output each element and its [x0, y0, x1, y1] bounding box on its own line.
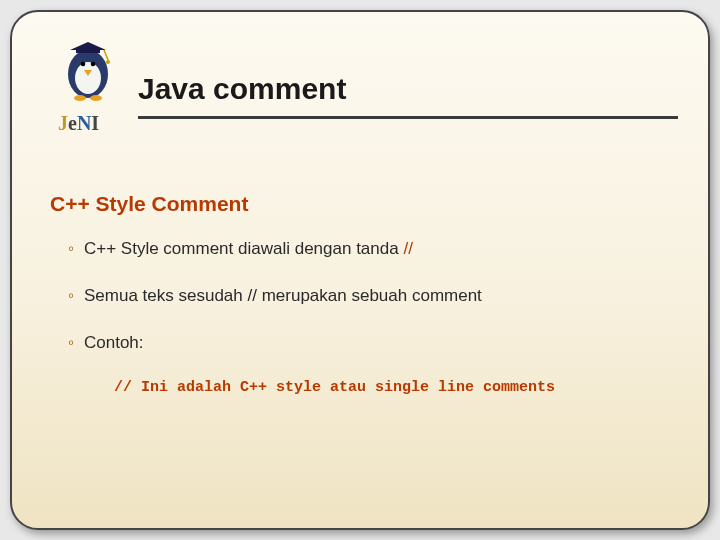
bullet-text: Semua teks sesudah // merupakan sebuah c…: [84, 286, 482, 305]
list-item: Contoh:: [68, 332, 670, 355]
title-underline: [138, 116, 678, 119]
bullet-text: Contoh:: [84, 333, 144, 352]
svg-point-10: [90, 95, 102, 101]
svg-text:JeNI: JeNI: [58, 112, 99, 134]
svg-point-1: [75, 62, 101, 94]
svg-point-2: [81, 62, 86, 67]
slide-header: JeNI Java comment: [42, 32, 678, 152]
slide: JeNI Java comment C++ Style Comment C++ …: [10, 10, 710, 530]
jeni-logo: JeNI: [50, 38, 128, 148]
slide-content: C++ Style Comment C++ Style comment diaw…: [42, 152, 678, 396]
slide-title: Java comment: [138, 72, 346, 106]
svg-rect-6: [76, 48, 100, 53]
list-item: Semua teks sesudah // merupakan sebuah c…: [68, 285, 670, 308]
bullet-list: C++ Style comment diawali dengan tanda /…: [50, 238, 670, 355]
svg-point-3: [91, 62, 96, 67]
svg-point-9: [74, 95, 86, 101]
svg-point-8: [106, 60, 110, 64]
inline-code: //: [403, 239, 412, 258]
subtitle: C++ Style Comment: [50, 192, 670, 216]
list-item: C++ Style comment diawali dengan tanda /…: [68, 238, 670, 261]
code-example: // Ini adalah C++ style atau single line…: [50, 379, 670, 396]
bullet-text: C++ Style comment diawali dengan tanda: [84, 239, 403, 258]
svg-line-7: [104, 50, 108, 60]
